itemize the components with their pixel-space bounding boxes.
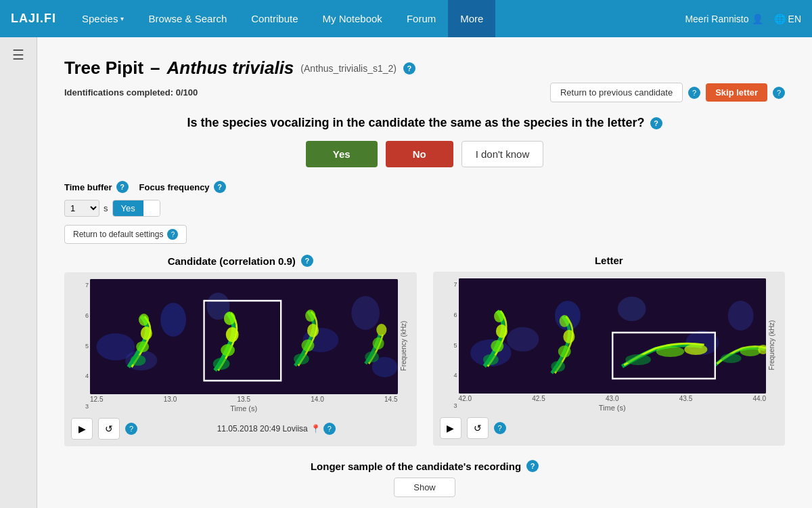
no-button[interactable]: No (386, 141, 453, 167)
letter-spectrogram[interactable] (459, 278, 767, 394)
show-button[interactable]: Show (394, 478, 455, 497)
spectrograms-row: Candidate (correlation 0.9) ? 7 6 5 4 3 (64, 255, 785, 446)
brand-logo[interactable]: LAJI.FI (11, 12, 56, 26)
candidate-controls: ▶ ↺ ? 11.05.2018 20:49 Loviisa 📍 ? (71, 418, 410, 440)
svg-rect-0 (90, 279, 398, 394)
candidate-repeat-button[interactable]: ↺ (98, 418, 120, 440)
dontknow-button[interactable]: I don't know (461, 141, 544, 167)
candidate-freq-label: Frequency (kHz) (400, 321, 407, 371)
globe-icon: 🌐 (774, 14, 786, 24)
letter-spectrogram-wrapper: 7 6 5 4 3 (433, 272, 786, 446)
letter-controls: ▶ ↺ ? (440, 417, 779, 439)
nav-more[interactable]: More (448, 0, 495, 37)
letter-time-axis-label: Time (s) (459, 404, 767, 412)
question-help-icon[interactable]: ? (650, 117, 662, 129)
letter-play-button[interactable]: ▶ (440, 417, 461, 439)
longer-sample-label: Longer sample of the candidate's recordi… (64, 460, 785, 472)
svg-point-35 (551, 361, 565, 372)
taxon-code: (Anthus_trivialis_s1_2) (300, 63, 397, 74)
skip-help-icon[interactable]: ? (773, 87, 785, 99)
hamburger-menu[interactable]: ☰ (12, 47, 24, 63)
svg-point-6 (351, 296, 380, 330)
svg-point-12 (213, 358, 230, 370)
letter-x-axis: 42.0 42.5 43.0 43.5 44.0 (459, 394, 767, 402)
candidate-x-axis: 12.5 13.0 13.5 14.0 14.5 (90, 394, 398, 403)
time-unit-label: s (104, 203, 108, 213)
focus-frequency-label: Focus frequency (139, 182, 210, 192)
answer-buttons: Yes No I don't know (64, 141, 785, 167)
question-text: Is the species vocalizing in the candida… (64, 116, 785, 130)
skip-letter-button[interactable]: Skip letter (706, 83, 767, 102)
common-name: Tree Pipit (64, 58, 143, 79)
candidate-audio-help-icon[interactable]: ? (125, 423, 137, 435)
return-previous-button[interactable]: Return to previous candidate (550, 83, 683, 102)
nav-mynotebook[interactable]: My Notebook (311, 0, 394, 37)
candidate-time-axis-label: Time (s) (90, 404, 398, 412)
svg-point-32 (491, 340, 503, 352)
species-caret-icon: ▾ (120, 15, 124, 22)
latin-name: Anthus trivialis (167, 58, 294, 79)
time-buffer-help-icon[interactable]: ? (116, 181, 129, 193)
time-buffer-select[interactable]: 1 2 3 (64, 200, 99, 217)
yes-button[interactable]: Yes (306, 141, 378, 167)
svg-point-41 (684, 344, 707, 355)
svg-point-21 (373, 337, 384, 350)
user-icon: 👤 (752, 14, 763, 24)
candidate-play-button[interactable]: ▶ (71, 418, 93, 440)
letter-repeat-button[interactable]: ↺ (467, 417, 489, 439)
focus-freq-help-icon[interactable]: ? (214, 181, 226, 193)
svg-point-13 (221, 344, 235, 356)
svg-point-33 (495, 324, 507, 338)
nav-contribute[interactable]: Contribute (239, 0, 310, 37)
nav-forum[interactable]: Forum (394, 0, 448, 37)
time-input-row: 1 2 3 s Yes (64, 200, 785, 217)
id-count: Identifications completed: 0/100 (64, 87, 198, 98)
svg-point-36 (558, 345, 570, 358)
time-buffer-group: Time buffer ? (64, 181, 129, 193)
candidate-spectrogram-wrapper: 7 6 5 4 3 (64, 272, 417, 446)
nav-browse[interactable]: Browse & Search (136, 0, 239, 37)
focus-freq-yes[interactable]: Yes (113, 200, 143, 216)
settings-row: Time buffer ? Focus frequency ? (64, 181, 785, 193)
letter-freq-label: Frequency (kHz) (769, 320, 776, 371)
time-buffer-label: Time buffer (64, 182, 112, 192)
candidate-meta: 11.05.2018 20:49 Loviisa 📍 ? (143, 423, 410, 435)
svg-point-17 (301, 339, 314, 352)
default-settings-help-icon[interactable]: ? (167, 229, 178, 240)
return-help-icon[interactable]: ? (688, 87, 700, 99)
svg-point-20 (365, 352, 379, 362)
user-menu[interactable]: Meeri Rannisto 👤 (685, 14, 763, 24)
svg-point-37 (563, 330, 574, 343)
svg-point-18 (307, 324, 319, 337)
candidate-help-icon[interactable]: ? (301, 255, 313, 267)
svg-point-31 (482, 354, 498, 365)
default-settings-button[interactable]: Return to default settings ? (64, 225, 187, 244)
language-selector[interactable]: 🌐 EN (774, 14, 801, 24)
svg-point-38 (559, 315, 569, 327)
longer-sample-help-icon[interactable]: ? (526, 460, 539, 472)
svg-point-22 (376, 324, 386, 336)
svg-point-42 (721, 354, 741, 363)
svg-point-10 (141, 326, 152, 340)
id-bar: Identifications completed: 0/100 Return … (64, 83, 785, 102)
svg-point-43 (740, 347, 760, 356)
id-buttons: Return to previous candidate ? Skip lett… (550, 83, 785, 102)
svg-point-11 (139, 314, 149, 326)
page-title: Tree Pipit – Anthus trivialis (Anthus_tr… (64, 58, 785, 79)
svg-point-30 (727, 301, 753, 331)
nav-species[interactable]: Species ▾ (70, 0, 136, 37)
navbar: LAJI.FI Species ▾ Browse & Search Contri… (0, 0, 812, 37)
candidate-spectrogram[interactable] (90, 279, 398, 394)
question-section: Is the species vocalizing in the candida… (64, 116, 785, 167)
letter-panel: Letter 7 6 5 4 3 (433, 255, 786, 446)
svg-point-16 (294, 354, 309, 364)
focus-freq-group: Focus frequency ? (139, 181, 226, 193)
candidate-meta-help-icon[interactable]: ? (323, 423, 336, 435)
svg-point-34 (494, 310, 504, 322)
svg-point-39 (625, 354, 651, 365)
letter-audio-help-icon[interactable]: ? (494, 422, 506, 434)
focus-freq-no[interactable] (143, 200, 160, 216)
svg-point-28 (617, 297, 646, 321)
letter-panel-label: Letter (433, 255, 786, 266)
title-help-icon[interactable]: ? (403, 62, 415, 75)
